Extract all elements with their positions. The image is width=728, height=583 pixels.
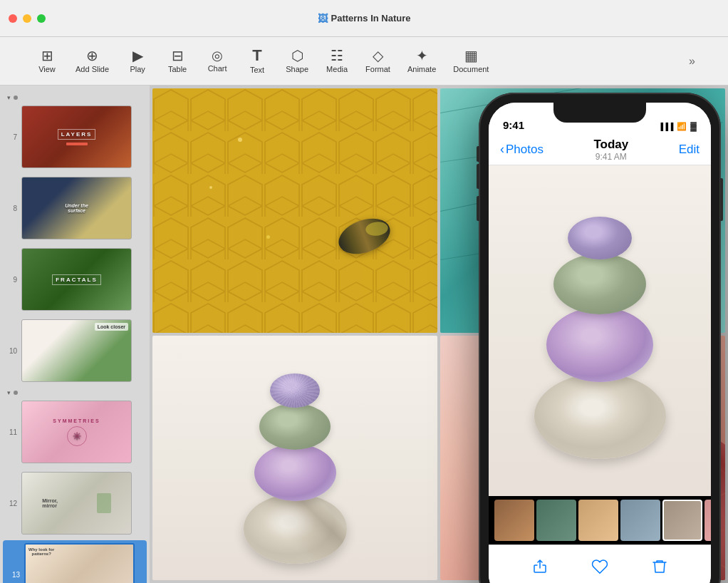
iphone-notch xyxy=(553,103,646,123)
window-title: 🖼 Patterns In Nature xyxy=(318,13,411,24)
slide-thumb-11: SYMMETRIES ✳ xyxy=(21,401,132,463)
iphone-mockup: 9:41 ▐▐▐ 📶 ▓ ‹ Photos xyxy=(472,86,728,583)
document-label: Document xyxy=(453,65,489,73)
play-icon: ▶ xyxy=(132,48,143,63)
iphone-share-button[interactable] xyxy=(531,558,548,575)
format-icon: ◇ xyxy=(373,48,383,63)
iphone-back-button[interactable]: ‹ Photos xyxy=(500,142,544,157)
slide-number-11: 11 xyxy=(6,428,17,436)
slide-number-9: 9 xyxy=(6,276,17,284)
group-dot-11 xyxy=(14,391,18,395)
thumbnail-3[interactable] xyxy=(578,500,618,541)
slide-thumb-12: Mirror,mirror xyxy=(21,472,132,535)
thumbnail-4[interactable] xyxy=(620,500,660,541)
document-icon: ▦ xyxy=(464,48,478,63)
title-bar: 🖼 Patterns In Nature xyxy=(0,0,728,37)
iphone-main-photo xyxy=(489,165,711,496)
animate-label: Animate xyxy=(407,65,436,73)
toolbar-format[interactable]: ◇ Format xyxy=(358,44,397,78)
slide-thumb-10: Look closer xyxy=(21,319,132,382)
iphone-screen: 9:41 ▐▐▐ 📶 ▓ ‹ Photos xyxy=(489,103,711,583)
power-button[interactable] xyxy=(720,178,723,221)
view-label: View xyxy=(38,65,56,73)
toolbar-animate[interactable]: ✦ Animate xyxy=(400,44,443,78)
maximize-button[interactable] xyxy=(37,14,46,23)
toolbar-text[interactable]: T Text xyxy=(239,43,276,78)
slide-thumb-9: FRACTALS xyxy=(21,248,132,311)
slide-number-10: 10 xyxy=(6,347,17,355)
back-label: Photos xyxy=(506,143,544,157)
phone-urchin-display xyxy=(489,165,711,496)
canvas-area: 9:41 ▐▐▐ 📶 ▓ ‹ Photos xyxy=(150,86,728,583)
slide-item-13[interactable]: 13 Why look forpatterns? xyxy=(3,540,147,583)
iphone-edit-button[interactable]: Edit xyxy=(679,143,700,157)
slide-number-7: 7 xyxy=(6,133,17,141)
iphone-trash-button[interactable] xyxy=(651,558,668,575)
mute-button[interactable] xyxy=(477,146,479,162)
toolbar-media[interactable]: ☷ Media xyxy=(318,44,355,78)
urchin-stack-group xyxy=(244,373,347,564)
play-label: Play xyxy=(130,65,145,73)
shape-label: Shape xyxy=(286,65,308,73)
urchin-third xyxy=(254,444,336,501)
chevron-left-icon: ‹ xyxy=(500,142,504,157)
iphone-nav-title: Today 9:41 AM xyxy=(593,138,628,162)
slide-number-12: 12 xyxy=(6,500,17,507)
chart-label: Chart xyxy=(208,64,227,73)
svg-rect-3 xyxy=(152,88,437,333)
toolbar-view[interactable]: ⊞ View xyxy=(28,44,66,78)
slide-item-7[interactable]: 7 LAYERS xyxy=(0,103,150,171)
thumbnail-2[interactable] xyxy=(536,500,576,541)
bee-shape xyxy=(338,220,395,259)
battery-icon: ▓ xyxy=(690,121,697,131)
slide-thumb-7: LAYERS xyxy=(21,105,132,168)
volume-up-button[interactable] xyxy=(477,164,479,189)
toolbar-shape[interactable]: ⬡ Shape xyxy=(279,44,316,78)
toolbar-document[interactable]: ▦ Document xyxy=(446,44,496,78)
canvas-urchin-stack xyxy=(152,336,437,580)
media-icon: ☷ xyxy=(331,48,343,63)
slide-item-10[interactable]: 10 Look closer xyxy=(0,316,150,385)
slide-thumb-13: Why look forpatterns? xyxy=(24,543,135,583)
slide-number-8: 8 xyxy=(6,205,17,212)
slide-panel: ▾ 7 LAYERS 8 Under thesurface xyxy=(0,86,150,583)
urchin-top xyxy=(270,373,320,408)
group-chevron-11: ▾ xyxy=(7,389,11,396)
iphone-time: 9:41 xyxy=(503,119,524,131)
thumbnail-1[interactable] xyxy=(494,500,534,541)
shape-icon: ⬡ xyxy=(291,48,303,63)
toolbar-add-slide[interactable]: ⊕ Add Slide xyxy=(68,44,116,78)
iphone-heart-button[interactable] xyxy=(591,558,608,575)
iphone-nav-bar: ‹ Photos Today 9:41 AM Edit xyxy=(489,134,711,165)
toolbar-table[interactable]: ⊟ Table xyxy=(159,44,196,78)
urchin-second xyxy=(259,403,331,450)
iphone-status-icons: ▐▐▐ 📶 ▓ xyxy=(658,121,697,131)
slide-item-12[interactable]: 12 Mirror,mirror xyxy=(0,469,150,537)
slide-item-9[interactable]: 9 FRACTALS xyxy=(0,245,150,314)
toolbar-play[interactable]: ▶ Play xyxy=(119,44,156,78)
iphone-title-main: Today xyxy=(593,138,628,152)
minimize-button[interactable] xyxy=(23,14,31,23)
iphone-title-sub: 9:41 AM xyxy=(593,152,628,162)
canvas-bee-honeycomb xyxy=(152,88,437,333)
thumbnail-6[interactable] xyxy=(704,500,711,541)
format-label: Format xyxy=(365,65,390,73)
keynote-icon: 🖼 xyxy=(318,13,328,24)
text-label: Text xyxy=(250,66,264,74)
slide-item-11[interactable]: 11 SYMMETRIES ✳ xyxy=(0,398,150,466)
honeycomb-pattern-svg xyxy=(152,88,437,333)
group-chevron-7: ▾ xyxy=(7,94,11,101)
animate-icon: ✦ xyxy=(416,48,428,63)
traffic-lights xyxy=(9,14,46,23)
slide-item-8[interactable]: 8 Under thesurface xyxy=(0,174,150,242)
iphone-bottom-bar xyxy=(489,545,711,583)
iphone-thumbnail-strip xyxy=(489,496,711,545)
group-dot-7 xyxy=(14,96,18,100)
volume-down-button[interactable] xyxy=(477,196,479,221)
slide-number-13: 13 xyxy=(9,571,20,579)
toolbar: ⊞ View ⊕ Add Slide ▶ Play ⊟ Table ◎ Char… xyxy=(0,37,728,86)
toolbar-chart[interactable]: ◎ Chart xyxy=(199,45,236,77)
toolbar-more[interactable]: » xyxy=(685,51,700,72)
thumbnail-5-selected[interactable] xyxy=(662,500,702,541)
close-button[interactable] xyxy=(9,14,17,23)
